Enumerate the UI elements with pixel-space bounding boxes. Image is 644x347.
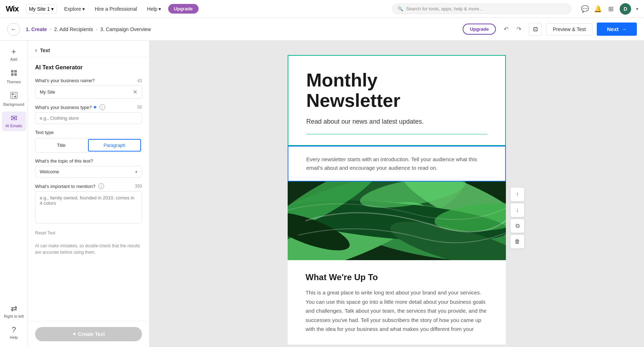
chevron-down-icon: ▾ — [158, 6, 161, 12]
text-type-paragraph-button[interactable]: Paragraph — [88, 139, 141, 152]
clear-business-name-button[interactable]: ✕ — [133, 89, 137, 95]
site-name-button[interactable]: My Site 1 ▾ — [26, 4, 57, 14]
back-button[interactable]: ← — [7, 23, 20, 36]
text-type-title-button[interactable]: Title — [35, 138, 87, 152]
text-type-buttons: Title Paragraph — [35, 138, 142, 153]
sidebar-item-ai-emails[interactable]: ✉ AI Emails — [2, 111, 26, 131]
topic-row: What's the topic of this text? Welcome ▾ — [35, 158, 142, 178]
email-body-text: This is a great place to write long text… — [306, 288, 488, 334]
business-name-input[interactable] — [40, 89, 133, 95]
move-up-button[interactable]: ↑ — [510, 187, 525, 202]
next-label: Next — [607, 26, 619, 32]
move-down-button[interactable]: ↓ — [510, 203, 525, 217]
email-subtitle: Read about our news and latest updates. — [306, 118, 487, 125]
important-info-icon[interactable]: i — [98, 183, 104, 189]
topic-select[interactable]: Welcome ▾ — [35, 166, 142, 178]
breadcrumb-step-1[interactable]: 1. Create — [26, 26, 47, 32]
top-nav: Wix My Site 1 ▾ Explore ▾ Hire a Profess… — [0, 0, 644, 18]
svg-rect-1 — [14, 70, 17, 73]
plus-icon: + — [11, 48, 16, 56]
duplicate-button[interactable]: ⧉ — [510, 219, 525, 233]
email-canvas-wrapper: MonthlyNewsletter Read about our news an… — [288, 55, 506, 333]
business-type-info-icon[interactable]: i — [99, 104, 105, 110]
business-type-char-count: 50 — [137, 105, 142, 110]
business-type-input[interactable] — [35, 112, 142, 124]
chat-icon[interactable]: 💬 — [581, 5, 589, 13]
ai-emails-icon: ✉ — [11, 114, 17, 122]
background-icon — [10, 91, 18, 101]
sidebar-item-add[interactable]: + Add — [2, 45, 26, 65]
sidebar-label-right-to-left: Right to left — [4, 314, 24, 319]
svg-rect-5 — [12, 93, 14, 95]
ai-text-generator-panel: ‹ Text AI Text Generator What's your bus… — [28, 41, 150, 347]
upgrade-button-nav[interactable]: Upgrade — [168, 4, 199, 14]
explore-link[interactable]: Explore ▾ — [61, 5, 87, 13]
chevron-down-icon: ▾ — [135, 169, 137, 174]
sidebar-label-ai-emails: AI Emails — [5, 124, 22, 128]
email-header-section[interactable]: MonthlyNewsletter Read about our news an… — [288, 55, 506, 146]
sidebar-label-add: Add — [10, 57, 18, 62]
chevron-down-icon: ▾ — [51, 6, 54, 12]
main-area: + Add Themes — [0, 41, 644, 347]
business-name-label: What's your business name? 43 — [35, 78, 142, 83]
help-link[interactable]: Help ▾ — [144, 5, 164, 13]
email-image — [288, 182, 506, 260]
next-button[interactable]: Next → — [597, 23, 637, 36]
svg-rect-3 — [14, 73, 17, 76]
svg-rect-0 — [11, 70, 14, 73]
grid-icon[interactable]: ⊞ — [607, 5, 615, 13]
right-to-left-icon: ⇄ — [11, 305, 17, 313]
undo-redo-group: ↶ ↷ — [500, 24, 525, 35]
themes-icon — [10, 69, 18, 78]
panel-back-button[interactable]: ‹ — [35, 46, 37, 54]
panel-title: AI Text Generator — [35, 64, 142, 71]
email-content-section: What We're Up To This is a great place t… — [288, 262, 506, 344]
svg-rect-8 — [14, 96, 16, 98]
bell-icon[interactable]: 🔔 — [594, 5, 602, 13]
important-textarea[interactable] — [35, 191, 142, 223]
search-placeholder: Search for tools, apps, help & more... — [406, 6, 483, 11]
create-text-button[interactable]: ✦ Create Text — [35, 327, 142, 341]
chevron-down-icon[interactable]: ▾ — [636, 6, 638, 11]
user-avatar[interactable]: D — [620, 3, 631, 15]
email-intro-section[interactable]: Every newsletter starts with an introduc… — [288, 146, 506, 182]
sidebar-item-themes[interactable]: Themes — [2, 66, 26, 87]
sidebar-item-help[interactable]: ? Help — [2, 323, 26, 343]
business-name-char-count: 43 — [137, 78, 142, 83]
reset-text-button[interactable]: Reset Text — [35, 230, 142, 236]
preview-test-button[interactable]: Preview & Test — [546, 23, 592, 35]
required-star: ✱ — [93, 105, 97, 110]
undo-button[interactable]: ↶ — [500, 24, 512, 35]
breadcrumb-step-3[interactable]: 3. Campaign Overview — [100, 26, 151, 32]
sidebar-item-background[interactable]: Background — [2, 89, 26, 110]
topic-label: What's the topic of this text? — [35, 158, 142, 164]
hire-professional-link[interactable]: Hire a Professional — [92, 5, 140, 13]
sidebar-label-themes: Themes — [7, 80, 21, 84]
campaign-bar-actions: Upgrade ↶ ↷ ⊡ Preview & Test Next → — [463, 23, 637, 36]
important-char-count: 350 — [135, 184, 142, 189]
sidebar-item-right-to-left[interactable]: ⇄ Right to left — [2, 302, 26, 322]
panel-back-label: Text — [40, 48, 50, 53]
business-type-row: What's your business type? ✱ i 50 — [35, 104, 142, 124]
redo-button[interactable]: ↷ — [513, 24, 525, 35]
campaign-bar: ← 1. Create › 2. Add Recipients › 3. Cam… — [0, 18, 644, 41]
breadcrumb-step-2[interactable]: 2. Add Recipients — [54, 26, 93, 32]
svg-rect-7 — [12, 96, 14, 98]
business-type-label: What's your business type? ✱ i 50 — [35, 104, 142, 110]
text-type-row: Text type Title Paragraph — [35, 130, 142, 153]
wix-logo: Wix — [6, 4, 19, 14]
business-name-input-wrapper[interactable]: ✕ — [35, 85, 142, 99]
help-icon: ? — [11, 326, 16, 334]
sidebar: + Add Themes — [0, 41, 28, 347]
desktop-view-button[interactable]: ⊡ — [529, 23, 542, 36]
email-image-section — [288, 182, 506, 262]
search-bar[interactable]: 🔍 Search for tools, apps, help & more... — [392, 4, 571, 14]
email-canvas: MonthlyNewsletter Read about our news an… — [288, 55, 506, 344]
upgrade-button-campaign[interactable]: Upgrade — [463, 24, 496, 35]
breadcrumb-arrow-1: › — [50, 27, 51, 32]
sidebar-label-background: Background — [3, 102, 24, 107]
breadcrumb-arrow-2: › — [96, 27, 97, 32]
delete-button[interactable]: 🗑 — [510, 234, 525, 249]
important-row: What's important to mention? i 350 — [35, 183, 142, 225]
panel-footer: ✦ Create Text — [28, 321, 149, 347]
